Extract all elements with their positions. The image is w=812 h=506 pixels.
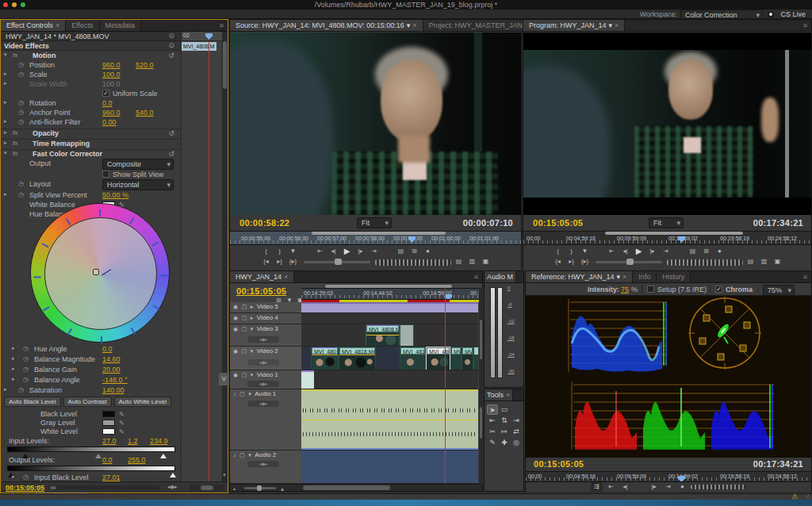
jog-wheel[interactable] [691,485,746,489]
mini-clip-bar[interactable]: MVI_4808.M [182,42,216,51]
output-dropdown[interactable]: Composite [102,159,174,170]
ec-hscroll[interactable] [190,485,224,491]
slide-tool[interactable]: ⇄ [511,427,522,437]
mini-playhead-marker[interactable] [205,33,213,40]
clip-v2-5[interactable]: MV [450,347,462,370]
panel-menu-icon[interactable]: ≡ [216,20,228,31]
auto-white-button[interactable]: Auto White Level [114,397,171,407]
stopwatch-icon[interactable]: ◷ [23,376,29,383]
close-icon[interactable]: × [615,20,619,31]
tab-effect-controls[interactable]: Effect Controls× [1,20,66,31]
chevron-down-icon[interactable]: ▾ [617,271,621,282]
twirl-icon[interactable]: ▸ [4,71,7,77]
uniform-scale-checkbox[interactable]: ✓ [102,90,109,97]
scale-value[interactable]: 100.0 [102,71,121,79]
twirl-icon[interactable]: ▸ [251,315,254,320]
program-fit-dropdown[interactable]: Fit [649,217,684,228]
goto-out-button[interactable]: ⇥ [368,247,380,256]
cs-live-label[interactable]: CS Live [780,10,806,18]
goto-prev-edit-button[interactable]: {◂ [552,257,564,266]
shuttle-slider[interactable] [596,261,662,263]
track-body-video5[interactable] [301,302,478,313]
setup-checkbox[interactable] [647,286,654,293]
program-zoombar[interactable] [605,232,743,235]
twirl-icon[interactable]: ▾ [251,372,254,378]
toggle-icon[interactable]: ⊙ [168,41,174,49]
program-ruler[interactable]: 00:00 00:04:59:16 00:09:59:09 00:14:59:0… [523,231,811,245]
reset-icon[interactable]: ↺ [168,129,174,137]
stopwatch-icon[interactable]: ◷ [23,345,29,352]
ec-timecode[interactable]: 00:15:05:05 [6,484,44,492]
stopwatch-icon[interactable]: ◷ [18,191,24,198]
track-header-video3[interactable]: ◉ ▢ ▾ Video 3 ◂◆▸ [230,324,301,347]
selection-tool[interactable]: ➤ [487,404,498,415]
jog-wheel[interactable] [667,259,743,266]
track-header-video1[interactable]: ◉ ▢ ▾ Video 1 ◂◆▸ [230,370,301,389]
step-back-button[interactable]: ◂| [619,247,631,256]
reset-icon[interactable]: ↺ [168,52,174,59]
panel-menu-icon[interactable]: ≡ [470,271,482,282]
twirl-icon[interactable]: ▸ [12,376,15,382]
twirl-icon[interactable]: ▸ [4,140,7,146]
input-high-value[interactable]: 234.9 [150,437,168,445]
position-y-value[interactable]: 520.0 [136,61,154,69]
keyframe-nav-pill[interactable]: ◂◆▸ [247,401,279,407]
twirl-icon[interactable]: ▸ [4,129,7,136]
antiflicker-value[interactable]: 0.00 [102,118,117,126]
play-in-out-button[interactable]: {▸} [287,257,299,266]
twirl-icon[interactable]: ▾ [4,52,7,58]
output-levels-slider[interactable] [7,466,175,471]
lock-icon[interactable]: ▢ [242,372,247,378]
close-icon[interactable]: × [284,271,288,282]
output-high-value[interactable]: 255.0 [128,456,146,464]
play-button[interactable]: ▶ [341,247,353,256]
stopwatch-icon[interactable]: ◷ [18,99,24,106]
tab-metadata[interactable]: Metadata [100,20,142,31]
gang-button[interactable]: ⇶ [591,482,603,492]
eye-icon[interactable]: ◉ [233,304,238,309]
step-forward-button[interactable]: |▸ [648,482,660,492]
keyframe-nav-pill[interactable]: ◂◆▸ [247,336,279,343]
twirl-icon[interactable]: ▸ [4,99,7,105]
twirl-icon[interactable]: ▾ [4,150,7,156]
zoom-tool[interactable]: ◎ [511,438,522,448]
track-name[interactable]: Video 4 [257,314,278,321]
track-select-tool[interactable]: ▭ [499,404,510,415]
resize-grip[interactable] [806,494,810,499]
twirl-icon[interactable]: ▸ [12,366,15,372]
twirl-icon[interactable]: ▸ [12,345,15,351]
auto-contrast-button[interactable]: Auto Contrast [63,397,112,407]
input-gamma-value[interactable]: 1.2 [128,437,138,445]
eye-icon[interactable]: ◉ [233,326,238,332]
timeline-hscroll[interactable]: ▴ ▴ [230,484,482,491]
panel-menu-icon[interactable]: ≡ [799,271,811,282]
lift-button[interactable]: ▤ [745,257,756,266]
close-icon[interactable]: × [412,20,416,31]
stopwatch-icon[interactable]: ◷ [18,61,24,68]
input-levels-slider[interactable] [7,447,175,452]
source-video[interactable] [230,33,521,215]
eye-icon[interactable]: ◉ [233,315,238,320]
timeline-timecode[interactable]: 00:15:05:05 [236,286,286,296]
track-name[interactable]: Video 3 [257,325,278,332]
white-level-swatch[interactable] [102,428,115,435]
play-button[interactable]: ▶ [633,247,645,256]
chevron-down-icon[interactable]: ▾ [407,20,411,31]
volume-rubberband[interactable] [301,420,478,420]
rate-stretch-tool[interactable]: ⇥ [511,416,522,426]
clip-v2-3[interactable]: MVI_4818.N [400,347,426,370]
export-frame-button[interactable]: ▣ [480,257,492,266]
rotation-value[interactable]: 0.0 [102,99,113,107]
saturation-value[interactable]: 140.00 [102,386,124,394]
track-name[interactable]: Video 5 [257,303,278,310]
source-patch-v[interactable]: V [219,373,229,385]
ec-zoom-scrollbar[interactable] [48,485,159,490]
slip-tool[interactable]: ↦ [499,427,510,437]
chevron-down-icon[interactable]: ▾ [609,20,613,31]
timeline-vscroll[interactable] [479,288,483,484]
track-header-video5[interactable]: ◉ ▢ ▸ Video 5 [230,302,301,313]
tab-reference[interactable]: Reference: HWY_JAN_14▾× [526,271,633,282]
speaker-icon[interactable]: ♪ [233,452,236,458]
track-body-video4[interactable] [301,313,478,324]
clip-v2-7[interactable] [473,347,478,370]
